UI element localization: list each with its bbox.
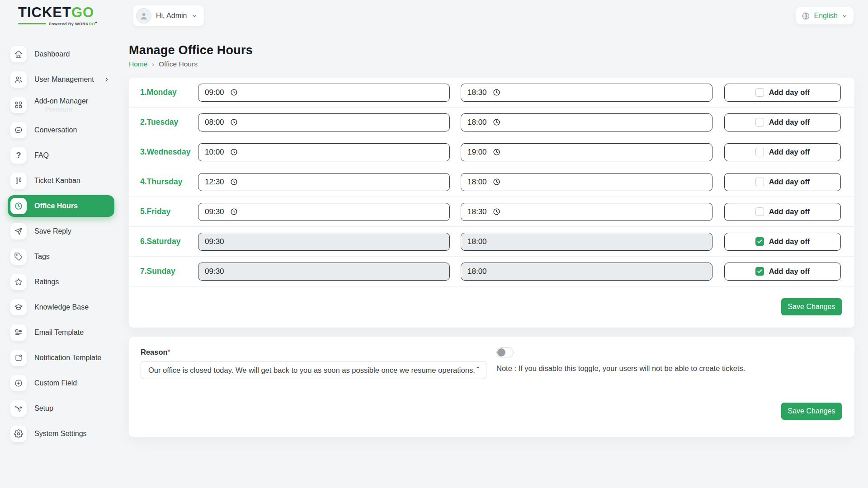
end-time-input[interactable]: 19:00: [461, 143, 712, 161]
avatar: [136, 8, 151, 23]
sidebar-item-setup[interactable]: Setup: [8, 398, 114, 419]
sidebar-item-dashboard[interactable]: Dashboard: [8, 43, 114, 65]
layout-icon: [10, 324, 27, 341]
save-changes-button[interactable]: Save Changes: [781, 298, 842, 315]
tag-icon: [10, 249, 27, 265]
users-icon: [10, 71, 27, 88]
start-time-input[interactable]: 12:30: [198, 173, 450, 191]
toggle-note: Note : If you disable this toggle, your …: [496, 364, 750, 373]
clock-icon: [493, 89, 500, 96]
add-day-off-checkbox[interactable]: [755, 148, 764, 156]
start-time-input-disabled: 09:30: [198, 263, 450, 281]
add-day-off-control[interactable]: Add day off: [724, 203, 841, 221]
office-hours-card: 1.Monday 09:00 18:30 Add day off 2.Tuesd…: [129, 78, 854, 328]
clock-icon: [230, 89, 238, 96]
notification-icon: [10, 350, 27, 366]
ticket-creation-toggle[interactable]: [496, 347, 514, 357]
add-day-off-checkbox[interactable]: [755, 88, 764, 97]
chevron-down-icon: [842, 13, 848, 19]
logo-underline: [18, 23, 46, 24]
powered-by-text: Powered By WORKDO+: [49, 21, 97, 26]
day-label: 1.Monday: [140, 88, 198, 97]
logo-wordmark: TICKETGO: [18, 5, 97, 19]
toggle-knob: [497, 348, 505, 357]
sidebar-item-tags[interactable]: Tags: [8, 246, 114, 267]
star-icon: [10, 274, 27, 290]
office-hours-row-friday: 5.Friday 09:30 18:30 Add day off: [129, 197, 854, 227]
start-time-input-disabled: 09:30: [198, 233, 450, 251]
end-time-input[interactable]: 18:30: [461, 203, 712, 221]
chevron-down-icon: [191, 13, 198, 19]
sidebar-item-email-template[interactable]: Email Template: [8, 322, 114, 343]
start-time-input[interactable]: 09:00: [198, 84, 450, 102]
chat-bubble-icon: [10, 122, 27, 138]
add-day-off-checkbox[interactable]: [755, 178, 764, 186]
day-label: 3.Wednesday: [140, 147, 198, 157]
reason-input[interactable]: [141, 361, 486, 379]
day-label: 7.Sunday: [140, 267, 198, 276]
nodes-icon: [10, 400, 27, 417]
greeting-text: Hi, Admin: [156, 12, 187, 20]
sidebar-item-office-hours[interactable]: Office Hours: [8, 195, 114, 217]
add-day-off-control[interactable]: Add day off: [724, 263, 841, 281]
sidebar-item-ratings[interactable]: Ratings: [8, 271, 114, 293]
office-hours-row-sunday: 7.Sunday 09:30 18:00 Add day off: [129, 257, 854, 286]
sidebar-item-custom-field[interactable]: Custom Field: [8, 372, 114, 394]
add-day-off-checkbox[interactable]: [755, 267, 764, 276]
clock-icon: [230, 148, 238, 156]
save-changes-button[interactable]: Save Changes: [781, 403, 842, 420]
sidebar-item-user-management[interactable]: User Management: [8, 69, 114, 90]
sidebar-item-conversation[interactable]: Conversation: [8, 119, 114, 141]
office-hours-row-saturday: 6.Saturday 09:30 18:00 Add day off: [129, 227, 854, 257]
day-label: 5.Friday: [140, 207, 198, 216]
clock-icon: [10, 198, 27, 214]
office-hours-row-thursday: 4.Thursday 12:30 18:00 Add day off: [129, 167, 854, 197]
chevron-right-icon: [104, 76, 110, 83]
end-time-input[interactable]: 18:00: [461, 173, 712, 191]
add-day-off-checkbox[interactable]: [755, 207, 764, 216]
office-hours-row-monday: 1.Monday 09:00 18:30 Add day off: [129, 78, 854, 108]
day-label: 6.Saturday: [140, 237, 198, 246]
question-mark-icon: ?: [10, 147, 27, 164]
office-hours-row-wednesday: 3.Wednesday 10:00 19:00 Add day off: [129, 137, 854, 167]
sidebar-item-notification-template[interactable]: Notification Template: [8, 347, 114, 369]
add-day-off-control[interactable]: Add day off: [724, 233, 841, 251]
clock-icon: [230, 118, 238, 126]
start-time-input[interactable]: 10:00: [198, 143, 450, 161]
ticketgo-logo: TICKETGO Powered By WORKDO+: [18, 5, 97, 26]
start-time-input[interactable]: 08:00: [198, 113, 450, 131]
sidebar-item-ticket-kanban[interactable]: Ticket Kanban: [8, 170, 114, 192]
check-icon: [757, 239, 763, 244]
add-day-off-control[interactable]: Add day off: [724, 84, 841, 102]
user-menu[interactable]: Hi, Admin: [133, 5, 204, 26]
required-asterisk: *: [168, 348, 170, 356]
end-time-input-disabled: 18:00: [461, 263, 712, 281]
language-label: English: [814, 12, 838, 20]
add-day-off-control[interactable]: Add day off: [724, 143, 841, 161]
clock-icon: [493, 148, 500, 156]
clock-icon: [493, 178, 500, 186]
clock-icon: [230, 208, 238, 216]
end-time-input[interactable]: 18:00: [461, 113, 712, 131]
clock-icon: [493, 118, 500, 126]
language-selector[interactable]: English: [796, 7, 854, 24]
plus-circle-icon: [10, 375, 27, 391]
day-label: 4.Thursday: [140, 177, 198, 187]
start-time-input[interactable]: 09:30: [198, 203, 450, 221]
add-day-off-control[interactable]: Add day off: [724, 113, 841, 131]
sidebar: Dashboard User Management Add-on Manager…: [8, 43, 121, 448]
add-day-off-checkbox[interactable]: [755, 237, 764, 246]
add-day-off-control[interactable]: Add day off: [724, 173, 841, 191]
clock-icon: [230, 178, 238, 186]
end-time-input[interactable]: 18:30: [461, 84, 712, 102]
sidebar-item-save-reply[interactable]: Save Reply: [8, 221, 114, 242]
breadcrumb-home-link[interactable]: Home: [129, 60, 147, 68]
sidebar-item-faq[interactable]: ? FAQ: [8, 145, 114, 166]
sidebar-item-system-settings[interactable]: System Settings: [8, 423, 114, 445]
add-day-off-checkbox[interactable]: [755, 118, 764, 127]
send-icon: [10, 223, 27, 239]
globe-icon: [802, 12, 810, 20]
sidebar-item-knowledge-base[interactable]: Knowledge Base: [8, 296, 114, 318]
sidebar-item-addon-manager[interactable]: Add-on Manager Premium: [8, 94, 114, 116]
home-icon: [10, 46, 27, 62]
